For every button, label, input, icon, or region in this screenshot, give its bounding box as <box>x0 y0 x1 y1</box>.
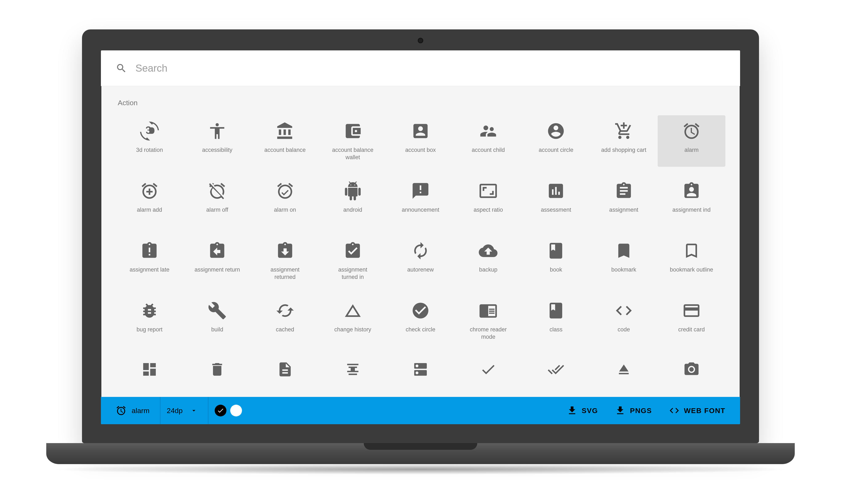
icon-credit-card[interactable]: credit card <box>658 295 725 346</box>
icon-class[interactable]: class <box>522 295 590 346</box>
alarm-add-icon <box>140 181 159 200</box>
icon-label: bug report <box>137 326 162 333</box>
icon-settings-overscan[interactable] <box>319 355 387 382</box>
icon-label: assignment returned <box>262 266 308 281</box>
icon-label: account box <box>405 146 436 154</box>
done-icon <box>479 361 498 378</box>
icon-code[interactable]: code <box>590 295 658 346</box>
icon-description[interactable] <box>251 355 319 382</box>
icon-label: chrome reader mode <box>465 326 511 341</box>
download-svg-button[interactable]: SVG <box>560 405 604 416</box>
icon-book[interactable]: book <box>522 235 590 286</box>
web-font-label: WEB FONT <box>684 407 725 415</box>
chrome-reader-mode-icon <box>479 301 498 320</box>
settings-overscan-icon <box>343 361 362 378</box>
icon-alarm-off[interactable]: alarm off <box>183 175 251 227</box>
icon-label: assignment late <box>130 266 170 273</box>
icon-account-box[interactable]: account box <box>387 115 454 167</box>
icon-label: code <box>618 326 630 333</box>
icon-assignment-return[interactable]: assignment return <box>183 235 251 286</box>
cached-icon <box>276 301 295 320</box>
laptop-base <box>46 443 795 464</box>
icon-delete[interactable] <box>183 355 251 382</box>
icon-announcement[interactable]: announcement <box>387 175 454 227</box>
assignment-returned-icon <box>276 241 295 260</box>
color-swatch-black[interactable] <box>214 405 226 416</box>
icon-alarm[interactable]: alarm <box>658 115 725 167</box>
bug-report-icon <box>140 301 159 320</box>
accessibility-icon <box>208 122 227 141</box>
icon-done[interactable] <box>454 355 522 382</box>
icon-chrome-reader-mode[interactable]: chrome reader mode <box>454 295 522 346</box>
icon-label: accessibility <box>202 146 232 154</box>
icon-change-history[interactable]: change history <box>319 295 387 346</box>
icon-alarm-add[interactable]: alarm add <box>116 175 183 227</box>
icon-aspect-ratio[interactable]: aspect ratio <box>454 175 522 227</box>
aspect-ratio-icon <box>479 181 498 200</box>
icon-camera[interactable] <box>658 355 725 382</box>
icon-3d-rotation[interactable]: 3d rotation <box>116 115 183 167</box>
icon-bug-report[interactable]: bug report <box>116 295 183 346</box>
icon-assignment-ind[interactable]: assignment ind <box>658 175 725 227</box>
account-balance-wallet-icon <box>343 122 362 141</box>
icon-assessment[interactable]: assessment <box>522 175 590 227</box>
icon-label: bookmark <box>611 266 636 273</box>
account-circle-icon <box>546 122 565 141</box>
description-icon <box>276 361 295 378</box>
icon-label: android <box>343 206 362 214</box>
icon-eject[interactable] <box>590 355 658 382</box>
web-font-button[interactable]: WEB FONT <box>663 405 732 416</box>
icon-label: credit card <box>678 326 705 333</box>
class-icon <box>546 301 565 320</box>
icon-dns[interactable] <box>387 355 454 382</box>
icon-assignment-returned[interactable]: assignment returned <box>251 235 319 286</box>
size-dropdown[interactable]: 24dp <box>160 397 204 424</box>
icon-accessibility[interactable]: accessibility <box>183 115 251 167</box>
assessment-icon <box>546 181 565 200</box>
icon-label: assignment ind <box>672 206 711 214</box>
icon-android[interactable]: android <box>319 175 387 227</box>
icon-backup[interactable]: backup <box>454 235 522 286</box>
download-pngs-button[interactable]: PNGS <box>608 405 658 416</box>
icon-label: assessment <box>541 206 571 214</box>
icon-assignment[interactable]: assignment <box>590 175 658 227</box>
selected-icon-label: alarm <box>132 407 150 415</box>
icon-assignment-late[interactable]: assignment late <box>116 235 183 286</box>
icon-check-circle[interactable]: check circle <box>387 295 454 346</box>
icon-add-shopping-cart[interactable]: add shopping cart <box>590 115 658 167</box>
assignment-return-icon <box>208 241 227 260</box>
icon-account-balance-wallet[interactable]: account balance wallet <box>319 115 387 167</box>
icon-label: change history <box>334 326 371 333</box>
icon-label: announcement <box>402 206 440 214</box>
icon-done-all[interactable] <box>522 355 590 382</box>
color-picker <box>208 397 248 424</box>
icon-account-balance[interactable]: account balance <box>251 115 319 167</box>
build-icon <box>208 301 227 320</box>
icon-dashboard[interactable] <box>116 355 183 382</box>
alarm-on-icon <box>276 181 295 200</box>
icon-build[interactable]: build <box>183 295 251 346</box>
icon-label: alarm add <box>137 206 162 214</box>
icon-bookmark-outline[interactable]: bookmark outline <box>658 235 725 286</box>
icon-account-child[interactable]: account child <box>454 115 522 167</box>
icon-label: account circle <box>539 146 573 154</box>
icon-autorenew[interactable]: autorenew <box>387 235 454 286</box>
assignment-ind-icon <box>682 181 701 200</box>
download-pngs-label: PNGS <box>630 407 652 415</box>
icon-cached[interactable]: cached <box>251 295 319 346</box>
icon-grid-partial <box>116 355 725 382</box>
icon-assignment-turned-in[interactable]: assignment turned in <box>319 235 387 286</box>
icon-label: book <box>550 266 562 273</box>
selected-icon-indicator: alarm <box>109 397 156 424</box>
icon-bookmark[interactable]: bookmark <box>590 235 658 286</box>
autorenew-icon <box>411 241 430 260</box>
search-input[interactable] <box>135 62 725 74</box>
app-window: Action 3d rotation accessibility account… <box>101 50 740 424</box>
delete-icon <box>208 361 227 378</box>
color-swatch-white[interactable] <box>230 405 242 416</box>
icon-account-circle[interactable]: account circle <box>522 115 590 167</box>
icon-label: 3d rotation <box>136 146 163 154</box>
icon-alarm-on[interactable]: alarm on <box>251 175 319 227</box>
icon-label: assignment <box>609 206 638 214</box>
check-icon <box>217 407 224 414</box>
